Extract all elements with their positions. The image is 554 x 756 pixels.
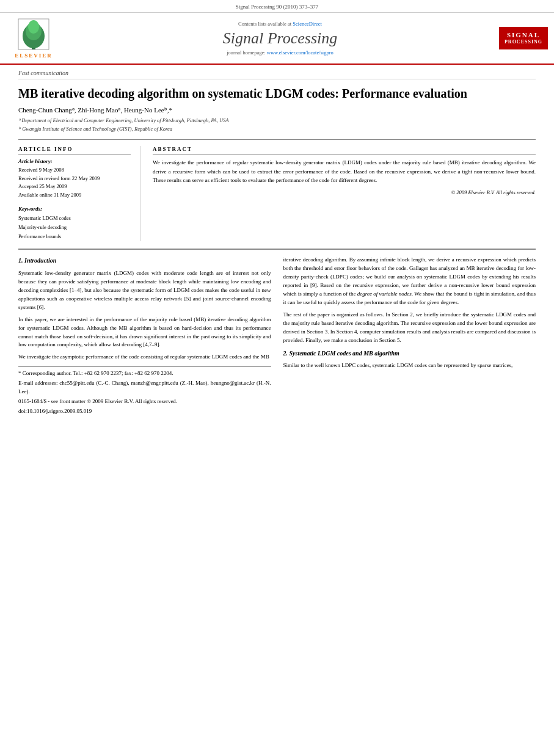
signal-processing-badge: SIGNAL PROCESSING: [499, 27, 548, 49]
author-names: Cheng-Chun Changᵃ, Zhi-Hong Maoᵃ, Heung-…: [18, 106, 172, 114]
received-date: Received 9 May 2008: [18, 166, 131, 175]
section1-heading: 1. Introduction: [18, 256, 271, 266]
history-label: Article history:: [18, 158, 131, 164]
article-info-heading: ARTICLE INFO: [18, 146, 131, 154]
affiliations: ᵃ Department of Electrical and Computer …: [18, 117, 536, 139]
affiliation-b: ᵇ Gwangju Institute of Science and Techn…: [18, 125, 536, 134]
homepage-url[interactable]: www.elsevier.com/locate/sigpro: [267, 49, 333, 56]
footnote-email: E-mail addresses: chc55@pitt.edu (C.-C. …: [18, 379, 271, 396]
info-abstract-section: ARTICLE INFO Article history: Received 9…: [18, 139, 536, 241]
article-category: Fast communication: [18, 65, 536, 79]
keywords-label: Keywords:: [18, 206, 131, 212]
footnote-doi: doi:10.1016/j.sigpro.2009.05.019: [18, 407, 271, 416]
keyword-2: Majority-rule decoding: [18, 223, 131, 232]
footnote-copyright: 0165-1684/$ - see front matter © 2009 El…: [18, 398, 271, 406]
intro-para-col2-1: iterative decoding algorithm. By assumin…: [283, 256, 536, 307]
article-info-panel: ARTICLE INFO Article history: Received 9…: [18, 146, 140, 241]
accepted-date: Accepted 25 May 2009: [18, 183, 131, 191]
abstract-text: We investigate the performance of regula…: [153, 158, 536, 184]
svg-point-3: [28, 20, 39, 34]
intro-para-2: In this paper, we are interested in the …: [18, 316, 271, 350]
body-column-left: 1. Introduction Systematic low-density g…: [18, 256, 271, 417]
body-columns: 1. Introduction Systematic low-density g…: [18, 249, 536, 417]
body-column-right: iterative decoding algorithm. By assumin…: [283, 256, 536, 417]
history-section: Article history: Received 9 May 2008 Rec…: [18, 158, 131, 199]
keywords-section: Keywords: Systematic LDGM codes Majority…: [18, 206, 131, 242]
footnote-corresponding: * Corresponding author. Tel.: +82 62 970…: [18, 369, 271, 378]
keyword-1: Systematic LDGM codes: [18, 214, 131, 223]
abstract-copyright: © 2009 Elsevier B.V. All rights reserved…: [153, 189, 536, 195]
affiliation-a: ᵃ Department of Electrical and Computer …: [18, 117, 536, 125]
intro-para-3: We investigate the asymptotic performanc…: [18, 353, 271, 362]
revised-date: Received in revised form 22 May 2009: [18, 175, 131, 183]
homepage-line: journal homepage: www.elsevier.com/locat…: [67, 49, 493, 56]
section2-para-1: Similar to the well known LDPC codes, sy…: [283, 362, 536, 370]
elsevier-logo: ELSEVIER: [6, 18, 61, 59]
footnote-area: * Corresponding author. Tel.: +82 62 970…: [18, 366, 271, 416]
authors-line: Cheng-Chun Changᵃ, Zhi-Hong Maoᵃ, Heung-…: [18, 106, 536, 117]
article-content: Fast communication MB iterative decoding…: [0, 65, 554, 417]
article-title: MB iterative decoding algorithm on syste…: [18, 79, 536, 106]
badge-signal: SIGNAL: [501, 31, 545, 39]
section2-heading: 2. Systematic LDGM codes and MB algorith…: [283, 349, 536, 358]
elsevier-label: ELSEVIER: [15, 53, 53, 59]
sciencedirect-line: Contents lists available at ScienceDirec…: [67, 21, 493, 27]
intro-para-col2-2: The rest of the paper is organized as fo…: [283, 311, 536, 345]
abstract-heading: ABSTRACT: [153, 146, 536, 154]
keyword-3: Performance bounds: [18, 232, 131, 241]
journal-ref-bar: Signal Processing 90 (2010) 373–377: [0, 0, 554, 13]
sciencedirect-link[interactable]: ScienceDirect: [293, 21, 322, 27]
online-date: Available online 31 May 2009: [18, 191, 131, 200]
journal-title: Signal Processing: [67, 29, 493, 48]
elsevier-tree-icon: [15, 18, 52, 51]
badge-processing: PROCESSING: [501, 39, 545, 45]
journal-center: Contents lists available at ScienceDirec…: [67, 21, 493, 56]
intro-para-1: Systematic low-density generator matrix …: [18, 269, 271, 312]
journal-banner: ELSEVIER Contents lists available at Sci…: [0, 13, 554, 65]
abstract-section: ABSTRACT We investigate the performance …: [153, 146, 536, 241]
journal-ref: Signal Processing 90 (2010) 373–377: [236, 4, 319, 10]
